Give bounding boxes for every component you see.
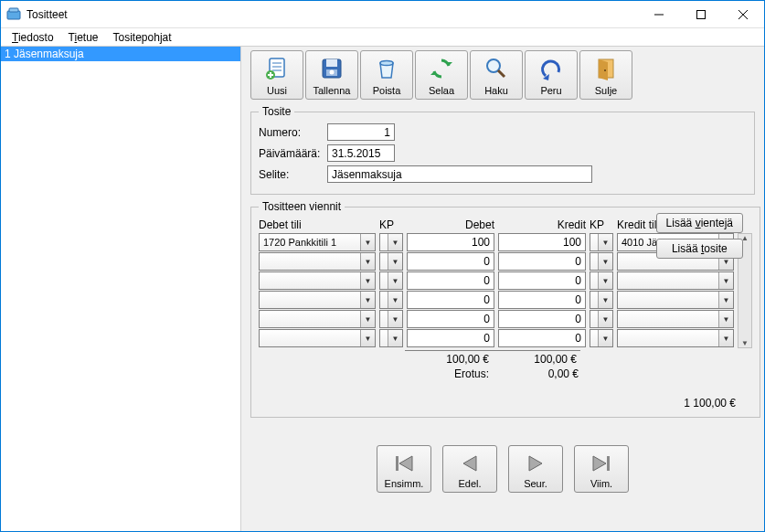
credit-input[interactable] xyxy=(498,329,586,347)
chevron-down-icon[interactable]: ▼ xyxy=(598,234,612,250)
chevron-down-icon[interactable]: ▼ xyxy=(718,311,733,327)
svg-point-25 xyxy=(604,69,606,71)
hdr-credit: Kredit xyxy=(498,218,586,231)
nav-first-button[interactable]: Ensimm. xyxy=(377,445,431,493)
kp2-combo[interactable]: ▼ xyxy=(590,252,613,271)
credit-acct-combo[interactable]: ▼ xyxy=(617,329,734,347)
chevron-down-icon[interactable]: ▼ xyxy=(388,234,402,250)
chevron-down-icon[interactable]: ▼ xyxy=(360,311,375,327)
delete-button[interactable]: Poista xyxy=(360,50,413,100)
add-entries-button[interactable]: Lisää vientejä xyxy=(656,213,743,233)
kp1-combo[interactable]: ▼ xyxy=(379,291,403,309)
credit-total: 100,00 € xyxy=(493,350,580,366)
kp1-combo[interactable]: ▼ xyxy=(379,310,403,328)
floppy-icon xyxy=(317,54,346,83)
credit-input[interactable] xyxy=(498,271,586,290)
debit-input[interactable] xyxy=(407,329,494,347)
svg-point-17 xyxy=(380,61,393,66)
debit-input[interactable] xyxy=(407,291,494,309)
save-button[interactable]: Tallenna xyxy=(305,50,358,100)
kp2-combo[interactable]: ▼ xyxy=(590,271,613,290)
kp2-combo[interactable]: ▼ xyxy=(590,291,613,309)
chevron-down-icon[interactable]: ▼ xyxy=(598,292,612,308)
chevron-down-icon[interactable]: ▼ xyxy=(718,292,733,308)
add-voucher-button[interactable]: Lisää tosite xyxy=(656,239,743,259)
debit-input[interactable] xyxy=(407,310,494,328)
debit-input[interactable] xyxy=(407,233,494,251)
svg-line-21 xyxy=(498,70,505,77)
chevron-down-icon[interactable]: ▼ xyxy=(388,311,402,327)
trash-icon xyxy=(372,54,401,83)
menu-record[interactable]: Tietue xyxy=(61,29,106,46)
svg-rect-3 xyxy=(697,10,706,18)
kp1-combo[interactable]: ▼ xyxy=(379,252,403,271)
kp1-combo[interactable]: ▼ xyxy=(379,329,403,347)
svg-rect-1 xyxy=(9,8,18,12)
chevron-down-icon[interactable]: ▼ xyxy=(598,311,612,327)
difference-label: Erotus: xyxy=(259,367,494,380)
credit-input[interactable] xyxy=(498,310,586,328)
chevron-down-icon[interactable]: ▼ xyxy=(718,272,733,289)
chevron-down-icon[interactable]: ▼ xyxy=(360,234,375,250)
new-button[interactable]: Uusi xyxy=(250,50,303,100)
kp2-combo[interactable]: ▼ xyxy=(590,329,613,347)
undo-button[interactable]: Peru xyxy=(525,50,578,100)
browse-button[interactable]: Selaa xyxy=(415,50,468,100)
chevron-down-icon[interactable]: ▼ xyxy=(598,253,612,270)
kp1-combo[interactable]: ▼ xyxy=(379,233,403,251)
desc-label: Selite: xyxy=(259,168,327,181)
debit-acct-combo[interactable]: 1720 Pankkitili 1▼ xyxy=(259,233,376,251)
chevron-down-icon[interactable]: ▼ xyxy=(598,330,612,346)
entry-row: ▼▼▼▼ xyxy=(259,310,734,328)
chevron-down-icon[interactable]: ▼ xyxy=(598,272,612,289)
debit-input[interactable] xyxy=(407,252,494,271)
credit-input[interactable] xyxy=(498,291,586,309)
kp2-combo[interactable]: ▼ xyxy=(590,310,613,328)
credit-input[interactable] xyxy=(498,233,586,251)
credit-acct-combo[interactable]: ▼ xyxy=(617,271,734,290)
chevron-down-icon[interactable]: ▼ xyxy=(388,292,402,308)
menu-file[interactable]: Tiedosto xyxy=(5,29,61,46)
scroll-down-icon[interactable]: ▼ xyxy=(738,339,751,347)
list-item-label: 1 Jäsenmaksuja xyxy=(5,48,84,60)
undo-icon xyxy=(537,54,566,83)
svg-marker-30 xyxy=(593,456,606,471)
nav-last-button[interactable]: Viim. xyxy=(574,445,629,493)
kp1-combo[interactable]: ▼ xyxy=(379,271,403,290)
window-controls xyxy=(638,1,764,27)
titlebar: Tositteet xyxy=(1,1,764,28)
chevron-down-icon[interactable]: ▼ xyxy=(360,292,375,308)
date-input[interactable] xyxy=(327,144,395,162)
debit-acct-combo[interactable]: ▼ xyxy=(259,291,376,309)
debit-input[interactable] xyxy=(407,271,494,290)
chevron-down-icon[interactable]: ▼ xyxy=(718,330,733,346)
chevron-down-icon[interactable]: ▼ xyxy=(360,253,375,270)
chevron-down-icon[interactable]: ▼ xyxy=(388,253,402,270)
menu-templates[interactable]: Tositepohjat xyxy=(106,29,179,46)
chevron-down-icon[interactable]: ▼ xyxy=(360,272,375,289)
number-input[interactable] xyxy=(327,123,395,141)
chevron-down-icon[interactable]: ▼ xyxy=(360,330,375,346)
svg-marker-24 xyxy=(599,59,608,80)
chevron-down-icon[interactable]: ▼ xyxy=(388,330,402,346)
voucher-list[interactable]: 1 Jäsenmaksuja xyxy=(1,47,241,531)
credit-acct-combo[interactable]: ▼ xyxy=(617,310,734,328)
list-item[interactable]: 1 Jäsenmaksuja xyxy=(1,47,240,61)
search-button[interactable]: Haku xyxy=(470,50,523,100)
debit-acct-combo[interactable]: ▼ xyxy=(259,310,376,328)
nav-prev-button[interactable]: Edel. xyxy=(442,445,497,493)
credit-acct-combo[interactable]: ▼ xyxy=(617,291,734,309)
credit-input[interactable] xyxy=(498,252,586,271)
maximize-button[interactable] xyxy=(680,1,722,27)
close-button[interactable] xyxy=(722,1,764,27)
entries-fieldset: Tositteen viennit Debet tili KP Debet Kr… xyxy=(250,200,760,418)
debit-acct-combo[interactable]: ▼ xyxy=(259,271,376,290)
desc-input[interactable] xyxy=(327,165,592,183)
nav-next-button[interactable]: Seur. xyxy=(508,445,563,493)
kp2-combo[interactable]: ▼ xyxy=(590,233,613,251)
close-app-button[interactable]: Sulje xyxy=(579,50,632,100)
debit-acct-combo[interactable]: ▼ xyxy=(259,329,376,347)
debit-acct-combo[interactable]: ▼ xyxy=(259,252,376,271)
minimize-button[interactable] xyxy=(638,1,680,27)
chevron-down-icon[interactable]: ▼ xyxy=(388,272,402,289)
